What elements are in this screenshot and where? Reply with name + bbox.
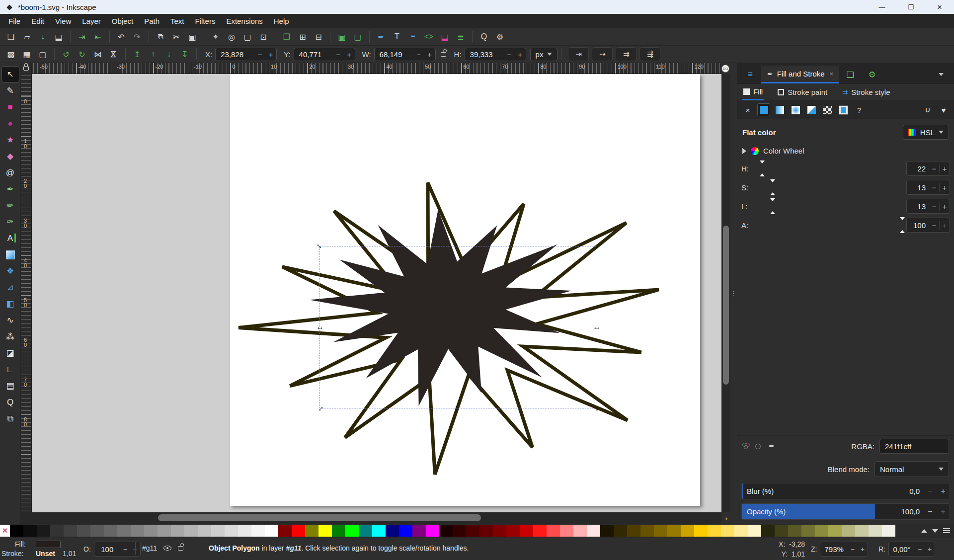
vertical-scrollbar-thumb[interactable] [723,226,729,385]
palette-swatch[interactable] [64,525,77,537]
palette-swatch[interactable] [104,525,117,537]
rotation-minus[interactable]: − [915,545,925,553]
close-button[interactable]: ✕ [925,0,954,14]
tab-fill[interactable]: Fill [742,84,764,100]
eraser-tool[interactable]: ◪ [1,345,19,361]
copy-icon[interactable]: ⧉ [153,30,168,44]
rotation-value[interactable]: 0,00° [889,545,915,554]
h-field-value[interactable]: 39,333 [465,50,504,59]
zoom-page-icon[interactable]: ▢ [240,30,255,44]
palette-swatch[interactable] [640,525,654,537]
cms-circle-icon[interactable] [755,444,761,449]
pages-tool[interactable]: ⧉ [1,410,19,427]
vertical-ruler[interactable]: 01020304050607080 [21,74,32,512]
selector-tool[interactable]: ↖ [1,66,19,82]
layers-dialog-icon[interactable]: ≡ [405,30,420,44]
menu-object[interactable]: Object [106,15,139,27]
w-field-minus[interactable]: − [413,50,424,59]
palette-swatch[interactable] [560,525,573,537]
fill-color-swatch[interactable] [36,541,61,548]
palette-swatch[interactable] [721,525,734,537]
dropper-tool[interactable]: ⊿ [1,279,19,296]
menu-text[interactable]: Text [165,15,190,27]
rotate-ccw-icon[interactable]: ↺ [59,47,74,61]
minimize-button[interactable]: — [868,0,896,14]
palette-swatch[interactable] [265,525,278,537]
flip-vertical-icon[interactable]: ⋈ [107,47,121,62]
palette-swatch[interactable] [50,525,64,537]
horizontal-scrollbar[interactable] [21,512,721,524]
layers-dialog-tab[interactable]: ≡ [739,66,761,83]
menu-edit[interactable]: Edit [26,15,50,27]
preferences-icon[interactable]: ⚙ [492,30,507,44]
hue-slider-plus[interactable]: + [939,164,950,173]
menu-view[interactable]: View [50,15,77,27]
palette-swatch[interactable] [359,525,372,537]
palette-swatch[interactable] [654,525,667,537]
current-layer-name[interactable]: #g11 [142,544,157,552]
fill-radial-gradient-button[interactable] [789,103,802,116]
palette-swatch[interactable] [332,525,345,537]
fill-stroke-dialog-tab[interactable]: ✒ Fill and Stroke × [761,66,839,83]
unit-dropdown[interactable]: px [530,48,558,61]
layer-visibility-eye-icon[interactable] [163,546,171,551]
h-field-minus[interactable]: − [504,50,515,59]
raise-to-top-icon[interactable]: ↥ [130,47,145,61]
fill-unknown-button[interactable]: ? [853,103,866,116]
x-field-value[interactable]: 23,828 [216,50,254,59]
flip-horizontal-icon[interactable]: ⋈ [90,47,105,61]
snap-alignment-icon[interactable]: ⇉ [616,47,636,61]
zoom-center-page-icon[interactable]: ⊡ [256,30,271,44]
export-dialog-tab[interactable]: ❏ [839,66,861,83]
palette-swatch[interactable] [171,525,184,537]
palette-swatch[interactable] [184,525,198,537]
alpha-slider-value[interactable]: 100 [907,221,929,230]
fill-stroke-indicator[interactable]: Fill: Stroke: Unset 1,01 [0,538,82,560]
color-wheel-expander[interactable]: Color Wheel [737,143,954,159]
unlink-clone-icon[interactable]: ⊟ [311,30,326,44]
palette-swatch[interactable] [547,525,560,537]
fill-checker-pattern-button[interactable] [821,103,834,116]
zoom-plus[interactable]: + [858,545,868,553]
raise-icon[interactable]: ↑ [146,47,160,61]
handle-s[interactable]: ↕ [455,404,459,412]
fill-none-button[interactable]: × [741,103,754,116]
opacity-slider[interactable]: Opacity (%) 100,0 − + [741,503,950,520]
snap-distribution-icon[interactable]: ⇶ [639,47,660,61]
palette-swatch[interactable] [815,525,828,537]
blur-plus-button[interactable]: + [937,487,950,496]
fill-rule-evenodd-button[interactable]: ∪ [921,103,934,116]
lightness-slider-plus[interactable]: + [939,202,950,211]
palette-scroll-up-icon[interactable] [921,529,927,533]
rectangle-tool[interactable]: ■ [1,99,19,115]
y-field-plus[interactable]: + [344,50,355,59]
deselect-icon[interactable]: ▢ [35,47,50,61]
fill-pattern-button[interactable] [805,103,818,116]
palette-swatch[interactable] [627,525,640,537]
palette-swatch[interactable] [681,525,694,537]
redo-icon[interactable]: ↷ [130,30,145,44]
blend-mode-dropdown[interactable]: Normal [874,461,949,477]
palette-swatch[interactable] [573,525,587,537]
wrench-dialog-tab[interactable]: ⚙ [861,66,883,83]
alpha-slider[interactable] [753,218,902,233]
xml-editor-icon[interactable]: <> [421,30,436,44]
color-management-toggle[interactable]: ◑ [721,512,730,524]
star-tool[interactable]: ★ [1,132,19,148]
rotation-plus[interactable]: + [925,545,935,553]
picker-mode-dropdown[interactable]: HSL [903,125,949,140]
select-all-layers-icon[interactable]: ▦ [19,47,34,61]
x-field-plus[interactable]: + [265,50,276,59]
menu-filters[interactable]: Filters [190,15,221,27]
zoom-corner-button[interactable]: 1:1 [720,63,730,74]
y-field-minus[interactable]: − [333,50,344,59]
palette-swatch[interactable] [90,525,104,537]
palette-swatch[interactable] [345,525,359,537]
snap-bbox-icon[interactable]: ⇥ [568,47,589,61]
close-tab-icon[interactable]: × [830,70,834,78]
ellipse-tool[interactable]: ● [1,115,19,132]
palette-swatch[interactable] [748,525,761,537]
horizontal-ruler[interactable]: -50-40-30-20-100102030405060708090100110… [32,63,721,74]
fill-rule-nonzero-button[interactable]: ♥ [937,103,950,116]
palette-swatch[interactable] [144,525,158,537]
